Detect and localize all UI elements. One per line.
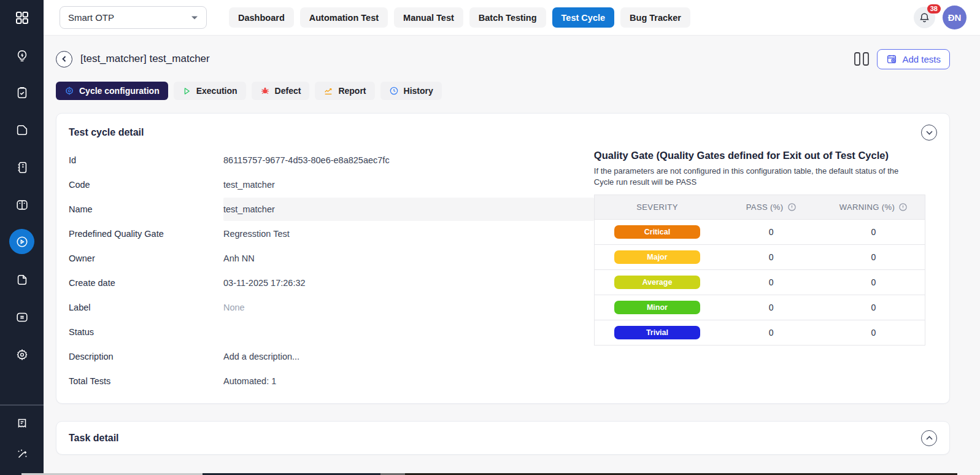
field-row-owner: Owner Anh NN	[69, 246, 594, 271]
pass-value[interactable]: 0	[720, 245, 822, 270]
table-row-critical: Critical 0 0	[594, 220, 925, 245]
tab-execution[interactable]: Execution	[174, 82, 246, 100]
warning-value[interactable]: 0	[822, 245, 925, 270]
field-value: Anh NN	[223, 253, 594, 263]
tab-report[interactable]: Report	[315, 82, 374, 100]
chevron-up-icon	[926, 436, 933, 440]
tab-label: Defect	[275, 86, 301, 96]
cycle-tabs: Cycle configuration Execution Defect Rep…	[56, 82, 950, 100]
field-row-total-tests: Total Tests Automated: 1	[69, 369, 594, 393]
sidebar-item-repository[interactable]	[9, 155, 34, 180]
title-actions: Add tests	[854, 49, 950, 69]
label-select[interactable]: None	[223, 303, 594, 312]
severity-badge: Minor	[614, 301, 700, 314]
top-navigation-bar: Smart OTP Dashboard Automation Test Manu…	[44, 0, 980, 36]
notification-count-badge: 38	[927, 4, 941, 14]
sidebar-item-files[interactable]	[9, 267, 34, 292]
avatar[interactable]: ĐN	[943, 6, 966, 29]
severity-badge: Trivial	[614, 326, 700, 339]
sidebar-item-test-cycle[interactable]	[9, 229, 34, 254]
gear-icon	[64, 86, 74, 96]
field-value: 03-11-2025 17:26:32	[223, 278, 594, 288]
warning-value[interactable]: 0	[822, 320, 925, 346]
sidebar-item-library[interactable]	[9, 192, 34, 217]
nav-manual-test[interactable]: Manual Test	[394, 7, 463, 28]
magic-wand-icon	[15, 447, 29, 461]
sidebar-item-settings[interactable]	[9, 342, 34, 367]
field-row-create-date: Create date 03-11-2025 17:26:32	[69, 271, 594, 295]
receipt-icon	[15, 417, 29, 430]
field-label: Label	[69, 303, 223, 312]
chevron-down-icon	[926, 131, 933, 135]
calendar-plus-icon	[886, 53, 897, 64]
tab-label: Report	[338, 86, 366, 96]
warning-value[interactable]: 0	[822, 220, 925, 245]
expand-card-button[interactable]	[921, 430, 937, 446]
table-row-average: Average 0 0	[594, 270, 925, 295]
field-label: Description	[69, 352, 223, 361]
field-row-status: Status	[69, 320, 594, 344]
warning-value[interactable]: 0	[822, 270, 925, 295]
chevron-down-icon	[191, 15, 198, 20]
test-cycle-detail-card: Test cycle detail Id 86115757-9677-4d53-…	[56, 113, 950, 404]
sidebar-item-list[interactable]	[9, 304, 34, 330]
play-circle-icon	[15, 235, 29, 249]
pass-value[interactable]: 0	[720, 270, 822, 295]
nav-batch-testing[interactable]: Batch Testing	[469, 7, 546, 28]
info-icon[interactable]	[898, 203, 908, 212]
back-button[interactable]	[56, 51, 72, 68]
nav-automation-test[interactable]: Automation Test	[300, 7, 388, 28]
severity-badge: Major	[614, 250, 700, 264]
warning-value[interactable]: 0	[822, 295, 925, 320]
tab-defect[interactable]: Defect	[252, 82, 310, 100]
nav-bug-tracker[interactable]: Bug Tracker	[620, 7, 690, 28]
table-row-major: Major 0 0	[594, 245, 925, 270]
list-card-icon	[15, 311, 29, 324]
sidebar-item-logs[interactable]	[9, 411, 34, 436]
tab-label: Cycle configuration	[79, 86, 160, 96]
severity-badge: Average	[614, 276, 700, 289]
add-tests-label: Add tests	[902, 54, 941, 64]
sidebar-item-tools[interactable]	[9, 441, 34, 466]
field-row-code: Code test_matcher	[69, 172, 594, 197]
pass-value[interactable]: 0	[720, 220, 822, 245]
pass-value[interactable]: 0	[720, 295, 822, 320]
play-icon	[182, 87, 191, 96]
severity-badge: Critical	[614, 225, 700, 239]
layout-columns-icon[interactable]	[854, 52, 869, 66]
pass-value[interactable]: 0	[720, 320, 822, 346]
table-row-trivial: Trivial 0 0	[594, 320, 925, 346]
description-input[interactable]: Add a description...	[223, 352, 594, 361]
field-value: test_matcher	[223, 180, 594, 190]
quality-gate-subtitle: If the parameters are not configured in …	[594, 166, 919, 188]
sidebar-item-documents[interactable]	[9, 117, 34, 142]
field-label: Name	[69, 204, 223, 214]
nav-dashboard[interactable]: Dashboard	[229, 7, 294, 28]
add-tests-button[interactable]: Add tests	[877, 49, 950, 69]
field-label: Status	[69, 327, 223, 337]
main-content: [test_matcher] test_matcher Add tests Cy…	[44, 36, 980, 473]
field-label: Code	[69, 180, 223, 190]
field-row-id: Id 86115757-9677-4d53-80e6-e8a825aec7fc	[69, 148, 594, 172]
collapse-card-button[interactable]	[921, 125, 937, 141]
field-label: Predefined Quality Gate	[69, 229, 223, 239]
info-icon[interactable]	[787, 203, 797, 212]
field-row-name: Name test_matcher	[69, 197, 594, 222]
sidebar-item-test-plan[interactable]	[9, 80, 34, 105]
project-selector[interactable]: Smart OTP	[60, 6, 207, 29]
nav-test-cycle[interactable]: Test Cycle	[552, 7, 614, 28]
table-header-row: SEVERITY PASS (%) WARNING (%)	[594, 195, 925, 220]
folder-icon	[15, 123, 29, 137]
settings-gear-icon	[15, 348, 29, 361]
tab-cycle-configuration[interactable]: Cycle configuration	[56, 82, 168, 100]
detail-fields: Id 86115757-9677-4d53-80e6-e8a825aec7fc …	[69, 148, 594, 393]
field-row-label: Label None	[69, 295, 594, 320]
app-logo[interactable]	[0, 0, 44, 36]
name-input[interactable]: test_matcher	[223, 198, 594, 221]
field-label: Create date	[69, 278, 223, 288]
tab-history[interactable]: History	[380, 82, 442, 100]
sidebar-item-ideas[interactable]	[9, 43, 34, 68]
notifications-button[interactable]: 38	[914, 7, 935, 28]
field-value: 86115757-9677-4d53-80e6-e8a825aec7fc	[223, 155, 594, 165]
bell-icon	[919, 12, 930, 23]
